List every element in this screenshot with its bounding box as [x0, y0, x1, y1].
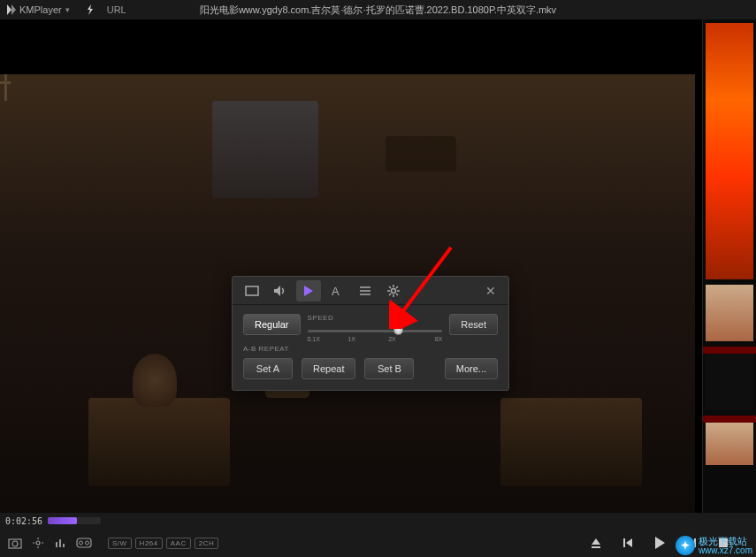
app-name: KMPlayer: [19, 4, 62, 15]
speed-slider[interactable]: 0.1X 1X 2X 8X: [308, 322, 443, 340]
tab-subtitle-icon[interactable]: A: [325, 280, 349, 301]
svg-rect-36: [623, 538, 625, 547]
svg-line-15: [389, 286, 391, 288]
settings-icon[interactable]: [30, 535, 46, 551]
set-a-button[interactable]: Set A: [243, 358, 293, 379]
svg-marker-38: [655, 537, 665, 549]
svg-text:A: A: [332, 285, 340, 297]
svg-marker-5: [304, 286, 313, 296]
svg-marker-34: [592, 538, 600, 545]
window-title: 阳光电影www.ygdy8.com.吉尔莫·德尔·托罗的匹诺曹.2022.BD.…: [200, 4, 556, 17]
tab-audio-icon[interactable]: [268, 280, 293, 301]
svg-rect-3: [246, 286, 258, 295]
svg-point-23: [36, 541, 40, 545]
repeat-button[interactable]: Repeat: [302, 358, 355, 379]
bottom-bar: 0:02:56 S/W H264 AAC 2CH: [0, 513, 756, 557]
app-menu-dropdown-icon[interactable]: ▾: [65, 5, 70, 14]
sidebar-thumb[interactable]: [706, 354, 753, 410]
svg-rect-29: [59, 539, 61, 547]
url-button[interactable]: URL: [107, 4, 126, 15]
speed-slider-handle[interactable]: [393, 325, 403, 335]
more-button[interactable]: More...: [445, 358, 498, 379]
svg-rect-30: [63, 544, 65, 547]
badge-aac: AAC: [166, 538, 191, 549]
tab-settings-icon[interactable]: [381, 280, 406, 301]
prev-icon[interactable]: [620, 535, 636, 551]
svg-point-33: [86, 541, 89, 545]
thumb-label: [703, 416, 756, 423]
sidebar-thumb[interactable]: [706, 23, 753, 279]
screenshot-icon[interactable]: [7, 535, 23, 551]
app-logo[interactable]: KMPlayer: [7, 4, 62, 15]
svg-marker-1: [11, 4, 16, 15]
svg-rect-35: [592, 546, 600, 548]
sidebar-thumb[interactable]: [706, 423, 753, 465]
panel-tabs: A ✕: [233, 277, 508, 305]
badge-h264: H264: [135, 538, 163, 549]
sidebar-thumbnails: [703, 19, 756, 513]
speed-current: 2X: [388, 336, 396, 342]
eject-icon[interactable]: [588, 535, 604, 551]
speed-max: 8X: [435, 336, 443, 342]
svg-marker-37: [626, 538, 632, 547]
set-b-button[interactable]: Set B: [364, 358, 414, 379]
svg-line-18: [389, 294, 391, 295]
title-bar: KMPlayer ▾ URL 阳光电影www.ygdy8.com.吉尔莫·德尔·…: [0, 0, 756, 19]
svg-line-17: [396, 286, 398, 288]
kmplayer-icon: [7, 4, 18, 15]
watermark-icon: ✦: [676, 536, 695, 555]
svg-point-32: [80, 541, 83, 545]
svg-marker-2: [88, 4, 93, 15]
sidebar-thumb[interactable]: [706, 285, 753, 341]
svg-marker-4: [274, 286, 280, 296]
lightning-icon[interactable]: [86, 4, 95, 15]
svg-rect-28: [56, 542, 57, 547]
watermark-url: www.xz7.com: [699, 546, 752, 555]
svg-line-16: [396, 294, 398, 295]
equalizer-icon[interactable]: [53, 535, 69, 551]
video-area[interactable]: A ✕ Regular SPEED: [0, 19, 703, 513]
tab-playback-icon[interactable]: [296, 280, 321, 301]
regular-speed-button[interactable]: Regular: [243, 314, 301, 335]
watermark-cn: 极光下载站: [699, 537, 752, 546]
progress-bar[interactable]: [48, 517, 101, 524]
badge-ch: 2CH: [195, 538, 219, 549]
vr-icon[interactable]: [76, 535, 92, 551]
thumb-label: [703, 347, 756, 354]
svg-point-22: [12, 541, 18, 546]
speed-1x: 1X: [347, 336, 355, 342]
badge-sw: S/W: [108, 538, 132, 549]
watermark: ✦ 极光下载站 www.xz7.com: [676, 536, 752, 555]
playback-panel: A ✕ Regular SPEED: [232, 276, 509, 391]
svg-point-10: [392, 288, 396, 293]
main-area: A ✕ Regular SPEED: [0, 19, 756, 513]
play-icon[interactable]: [652, 535, 668, 551]
svg-marker-0: [7, 4, 11, 15]
codec-badges: S/W H264 AAC 2CH: [108, 538, 218, 549]
abrepeat-label: A-B REPEAT: [243, 345, 498, 353]
current-time: 0:02:56: [5, 516, 42, 526]
reset-speed-button[interactable]: Reset: [449, 314, 498, 335]
speed-min: 0.1X: [308, 336, 320, 342]
tab-screen-icon[interactable]: [240, 280, 264, 301]
panel-close-icon[interactable]: ✕: [480, 282, 501, 300]
tab-list-icon[interactable]: [353, 280, 378, 301]
speed-label: SPEED: [308, 314, 443, 322]
